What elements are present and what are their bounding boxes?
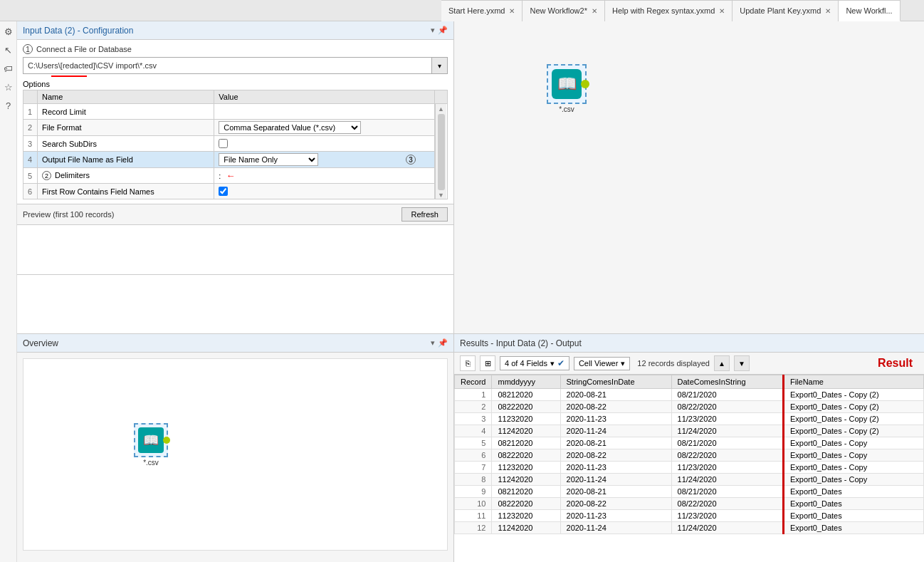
overview-node-dot [163,437,170,444]
cell-mmddyyyy: 11232020 [492,462,560,474]
option-value-4[interactable]: File Name Only 3 [214,152,435,168]
config-header-icons: ▾ 📌 [431,26,448,35]
table-row: 10 08222020 2020-08-22 08/22/2020 Export… [455,498,924,510]
tab-close-icon[interactable]: ✕ [719,7,725,15]
cell-stringcomesindate: 2020-08-22 [560,498,671,510]
cell-mmddyyyy: 08222020 [492,498,560,510]
tab-new-workflow2[interactable]: New Workflow2* ✕ [523,0,605,21]
table-row: 1 08212020 2020-08-21 08/21/2020 Export0… [455,389,924,401]
delimiter-value: : [219,172,221,180]
cell-mmddyyyy: 11232020 [492,413,560,425]
options-label: Options [23,80,448,88]
options-row-2: 2 File Format Comma Separated Value (*.c… [23,120,448,136]
option-value-5[interactable]: : ← [214,168,435,184]
nav-up-button[interactable]: ▲ [714,355,730,371]
cell-datecomesinstring: 08/21/2020 [671,486,783,498]
overview-canvas: 📖 *.csv [23,358,448,551]
option-value-3[interactable] [214,136,435,152]
overview-node[interactable]: 📖 *.csv [134,423,168,467]
cell-record: 11 [455,510,492,522]
left-sidebar: ⚙ ↖ 🏷 ☆ ? [0,21,17,562]
options-col-value: Value [214,90,435,104]
overview-collapse-icon[interactable]: ▾ [431,338,435,348]
fields-dropdown[interactable]: 4 of 4 Fields ▾ ✔ [500,356,569,370]
tab-close-icon[interactable]: ✕ [825,7,831,15]
tab-close-icon[interactable]: ✕ [592,7,597,15]
search-subdirs-checkbox[interactable] [219,139,228,148]
cell-datecomesinstring: 11/24/2020 [671,474,783,486]
fields-dropdown-arrow: ▾ [550,359,555,368]
file-format-select[interactable]: Comma Separated Value (*.csv) [219,121,361,134]
cell-filename: Export0_Dates [783,486,923,498]
refresh-button[interactable]: Refresh [401,207,448,222]
file-path-input[interactable] [23,57,432,74]
nav-down-button[interactable]: ▼ [734,355,750,371]
option-value-1[interactable] [214,104,435,120]
cell-mmddyyyy: 11242020 [492,425,560,437]
table-row: 9 08212020 2020-08-21 08/21/2020 Export0… [455,486,924,498]
file-browse-button[interactable]: ▾ [432,57,448,74]
sidebar-help-icon[interactable]: ? [1,98,16,113]
step1-badge: 1 [23,44,33,54]
tab-label: Update Plant Key.yxmd [740,6,821,15]
tab-start-here[interactable]: Start Here.yxmd ✕ [441,0,523,21]
sidebar-bookmark-icon[interactable]: ☆ [1,80,16,94]
tab-regex-help[interactable]: Help with Regex syntax.yxmd ✕ [605,0,733,21]
sidebar-tag-icon[interactable]: 🏷 [1,61,16,76]
table-row: 12 11242020 2020-11-24 11/24/2020 Export… [455,522,924,534]
left-panel: Input Data (2) - Configuration ▾ 📌 1 Con… [17,21,454,562]
collapse-icon[interactable]: ▾ [431,26,435,35]
overview-csv-icon: 📖 [138,427,164,453]
overview-node-label: *.csv [143,459,159,467]
results-header: Results - Input Data (2) - Output [454,334,924,353]
cell-mmddyyyy: 08212020 [492,389,560,401]
output-filename-select[interactable]: File Name Only [219,153,318,166]
tab-update-plant[interactable]: Update Plant Key.yxmd ✕ [733,0,839,21]
tab-new-workfl[interactable]: New Workfl... [839,0,900,21]
cell-stringcomesindate: 2020-11-23 [560,510,671,522]
cell-stringcomesindate: 2020-08-21 [560,389,671,401]
cell-record: 1 [455,389,492,401]
cell-filename: Export0_Dates [783,498,923,510]
scroll-bar[interactable]: ▲ ▼ [435,104,448,199]
cell-filename: Export0_Dates - Copy [783,474,923,486]
viewer-dropdown[interactable]: Cell Viewer ▾ [574,357,630,370]
data-icon-btn[interactable]: ⊞ [480,355,495,371]
tab-label: New Workflow2* [530,6,587,15]
tab-label: Help with Regex syntax.yxmd [612,6,715,15]
option-value-2[interactable]: Comma Separated Value (*.csv) [214,120,435,136]
option-name-4: Output File Name as Field [38,152,214,168]
cell-datecomesinstring: 08/21/2020 [671,389,783,401]
overview-title: Overview [23,338,58,348]
cell-record: 2 [455,401,492,413]
options-row-4: 4 Output File Name as Field File Name On… [23,152,448,168]
sidebar-settings-icon[interactable]: ⚙ [1,24,16,38]
pin-icon[interactable]: 📌 [438,26,448,35]
sidebar-pointer-icon[interactable]: ↖ [1,43,16,57]
cell-record: 9 [455,486,492,498]
canvas-node[interactable]: 📖 *.csv [547,64,587,113]
preview-row: Preview (first 100 records) Refresh [17,204,453,225]
cell-mmddyyyy: 11232020 [492,510,560,522]
cell-record: 3 [455,413,492,425]
cell-stringcomesindate: 2020-08-22 [560,449,671,462]
canvas-node-dot [581,80,589,88]
cell-mmddyyyy: 11242020 [492,522,560,534]
option-name-3: Search SubDirs [38,136,214,152]
check-icon: ✔ [557,358,565,368]
cell-stringcomesindate: 2020-11-23 [560,413,671,425]
first-row-checkbox[interactable] [219,187,228,196]
options-col-num [23,90,38,104]
red-underline-decoration [51,76,87,77]
records-info: 12 records displayed [637,359,710,368]
option-value-6[interactable] [214,184,435,199]
cell-filename: Export0_Dates [783,522,923,534]
cell-record: 10 [455,498,492,510]
connect-label: 1 Connect a File or Database [23,44,448,54]
options-scroll-col [435,90,448,104]
copy-icon-btn[interactable]: ⎘ [460,355,476,371]
tab-close-icon[interactable]: ✕ [509,7,515,15]
cell-filename: Export0_Dates [783,510,923,522]
cell-stringcomesindate: 2020-08-21 [560,437,671,449]
overview-pin-icon[interactable]: 📌 [438,338,448,348]
